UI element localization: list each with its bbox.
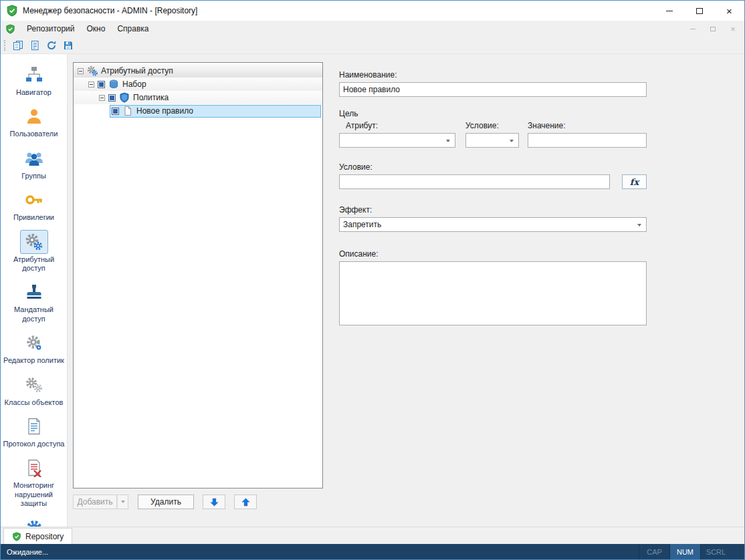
menu-repository[interactable]: Репозиторий bbox=[21, 21, 81, 36]
mdi-minimize-icon bbox=[690, 29, 696, 29]
save-icon bbox=[63, 40, 74, 51]
maximize-icon bbox=[696, 8, 703, 14]
sidebar-item-navigator[interactable]: Навигатор bbox=[2, 59, 66, 101]
tree-node-label: Новое правило bbox=[136, 106, 193, 116]
checkbox[interactable] bbox=[108, 94, 116, 102]
menu-help[interactable]: Справка bbox=[111, 21, 154, 36]
arrow-up-icon bbox=[241, 497, 251, 507]
attribute-access-icon bbox=[20, 230, 48, 254]
caps-lock-indicator: CAP bbox=[639, 544, 669, 559]
sidebar-item-label: Пользователи bbox=[10, 130, 58, 138]
sidebar-item-label: Навигатор bbox=[16, 88, 51, 97]
tree-actions: Добавить Удалить bbox=[73, 495, 323, 509]
mdi-restore-button[interactable] bbox=[704, 22, 722, 35]
add-dropdown-button[interactable] bbox=[117, 495, 128, 509]
gears-icon bbox=[87, 65, 98, 76]
policy-editor-icon bbox=[20, 331, 48, 355]
name-input[interactable] bbox=[339, 82, 647, 97]
name-label: Наименование: bbox=[339, 70, 647, 80]
collapse-icon[interactable] bbox=[99, 95, 105, 101]
tab-repository[interactable]: Repository bbox=[3, 528, 72, 544]
save-button[interactable] bbox=[60, 38, 76, 53]
toolbar-grip[interactable] bbox=[4, 40, 7, 51]
collapse-icon[interactable] bbox=[88, 82, 94, 88]
document-button[interactable] bbox=[26, 38, 43, 53]
sidebar-item-violations-monitoring[interactable]: Мониторинг нарушений защиты bbox=[2, 452, 66, 512]
sidebar-item-service[interactable]: Сервис bbox=[2, 513, 66, 527]
tree-panel: Атрибутный доступ Набор bbox=[73, 62, 323, 527]
tree-node-label: Набор bbox=[122, 80, 146, 89]
mdi-minimize-button[interactable] bbox=[684, 22, 702, 35]
sidebar-item-privileges[interactable]: Привилегии bbox=[2, 184, 66, 226]
rules-tree[interactable]: Атрибутный доступ Набор bbox=[73, 62, 323, 488]
condition-column-label: Условие: bbox=[465, 121, 528, 130]
sidebar-item-label: Классы объектов bbox=[5, 398, 64, 407]
shield-icon bbox=[12, 532, 21, 541]
sidebar-item-label: Атрибутный доступ bbox=[3, 255, 65, 273]
sidebar-item-groups[interactable]: Группы bbox=[2, 143, 66, 184]
sidebar-item-label: Группы bbox=[21, 172, 46, 180]
refresh-icon bbox=[46, 40, 57, 51]
content-area: Атрибутный доступ Набор bbox=[68, 54, 744, 527]
target-group-label: Цель bbox=[339, 109, 647, 118]
chevron-down-icon bbox=[121, 501, 125, 503]
status-message: Ожидание... bbox=[1, 548, 48, 556]
document-icon bbox=[29, 40, 40, 51]
formula-editor-button[interactable]: fx bbox=[622, 174, 647, 189]
sidebar-item-label: Протокол доступа bbox=[3, 440, 65, 448]
checkbox[interactable] bbox=[98, 81, 105, 88]
sidebar-item-label: Мониторинг нарушений защиты bbox=[3, 481, 65, 508]
window-title: Менеджер безопасности - ADMIN - [Reposit… bbox=[23, 6, 197, 15]
move-up-button[interactable] bbox=[234, 495, 257, 509]
description-textarea[interactable] bbox=[339, 261, 647, 325]
sidebar-item-policy-editor[interactable]: Редактор политик bbox=[2, 327, 66, 369]
num-lock-indicator: NUM bbox=[669, 544, 700, 559]
violations-monitoring-icon bbox=[20, 456, 48, 480]
mdi-close-button[interactable]: × bbox=[724, 22, 742, 35]
close-button[interactable]: × bbox=[714, 1, 744, 21]
resize-grip[interactable] bbox=[731, 544, 744, 559]
value-input[interactable] bbox=[528, 133, 647, 148]
refresh-button[interactable] bbox=[43, 38, 60, 53]
main-area: Навигатор Пользователи Группы Привилегии bbox=[1, 54, 744, 527]
sidebar-item-attribute-access[interactable]: Атрибутный доступ bbox=[2, 227, 66, 277]
policy-shield-icon bbox=[119, 92, 130, 103]
delete-button[interactable]: Удалить bbox=[138, 495, 194, 509]
copy-document-button[interactable] bbox=[9, 38, 26, 53]
checkbox[interactable] bbox=[112, 108, 119, 115]
tree-node-policy[interactable]: Политика bbox=[74, 91, 322, 104]
sidebar-item-label: Мандатный доступ bbox=[3, 305, 65, 323]
menu-window[interactable]: Окно bbox=[81, 21, 112, 36]
effect-dropdown[interactable]: Запретить bbox=[339, 217, 647, 232]
navigator-icon bbox=[20, 63, 48, 87]
scroll-lock-indicator: SCRL bbox=[700, 544, 731, 559]
tab-label: Repository bbox=[25, 532, 64, 541]
sidebar-item-access-log[interactable]: Протокол доступа bbox=[2, 411, 66, 452]
fx-icon: fx bbox=[630, 177, 639, 187]
effect-label: Эффект: bbox=[339, 205, 647, 215]
move-down-button[interactable] bbox=[203, 495, 225, 509]
tree-node-attribute-access[interactable]: Атрибутный доступ bbox=[74, 64, 322, 78]
status-bar: Ожидание... CAP NUM SCRL bbox=[1, 544, 744, 559]
sidebar: Навигатор Пользователи Группы Привилегии bbox=[1, 54, 68, 527]
sidebar-item-object-classes[interactable]: Классы объектов bbox=[2, 370, 66, 411]
tree-node-label: Политика bbox=[133, 93, 169, 102]
condition-operator-dropdown[interactable] bbox=[465, 133, 519, 148]
maximize-button[interactable] bbox=[684, 1, 714, 21]
add-button[interactable]: Добавить bbox=[73, 495, 117, 509]
tree-node-set[interactable]: Набор bbox=[74, 78, 322, 91]
minimize-button[interactable] bbox=[654, 1, 684, 21]
menu-bar: Репозиторий Окно Справка × bbox=[1, 21, 744, 37]
condition-input[interactable] bbox=[339, 174, 610, 189]
condition-label: Условие: bbox=[339, 162, 647, 172]
privileges-icon bbox=[20, 188, 48, 212]
attribute-dropdown[interactable] bbox=[339, 133, 455, 148]
bottom-tab-bar: Repository bbox=[1, 527, 744, 544]
service-icon bbox=[20, 516, 48, 527]
sidebar-item-mandatory-access[interactable]: Мандатный доступ bbox=[2, 277, 66, 327]
users-icon bbox=[20, 104, 48, 128]
sidebar-item-users[interactable]: Пользователи bbox=[2, 101, 66, 142]
title-bar[interactable]: Менеджер безопасности - ADMIN - [Reposit… bbox=[1, 1, 744, 21]
collapse-icon[interactable] bbox=[78, 68, 84, 74]
tree-node-new-rule[interactable]: Новое правило bbox=[74, 104, 322, 118]
